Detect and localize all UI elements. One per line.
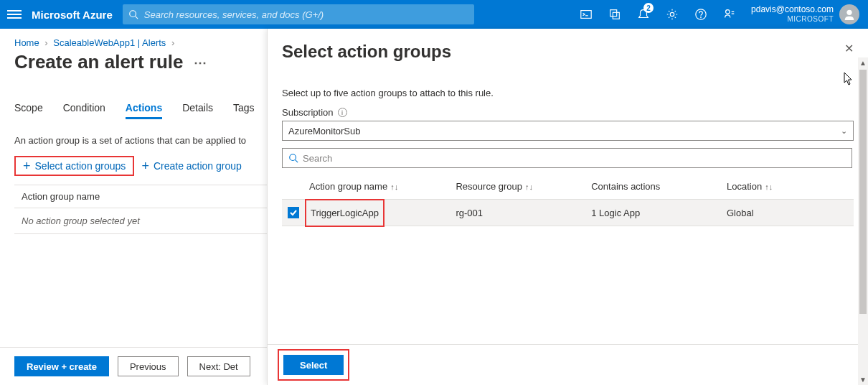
avatar[interactable]: [839, 4, 859, 24]
search-icon: [288, 153, 298, 163]
svg-point-9: [726, 10, 730, 14]
review-create-button[interactable]: Review + create: [14, 356, 109, 376]
scroll-down-icon[interactable]: ▼: [859, 374, 867, 385]
col-name[interactable]: Action group name↑↓: [309, 181, 456, 192]
crumb-resource[interactable]: ScaleableWebApp1 | Alerts: [53, 37, 166, 48]
user-info[interactable]: pdavis@contoso.com MICROSOFT: [751, 5, 834, 24]
blade-footer: Select: [268, 344, 868, 385]
select-action-groups-button[interactable]: +Select action groups: [14, 156, 134, 176]
col-rg[interactable]: Resource group↑↓: [456, 181, 591, 192]
tenant-name: MICROSOFT: [751, 14, 834, 24]
help-icon[interactable]: [687, 0, 715, 29]
svg-point-7: [696, 9, 706, 19]
tab-actions[interactable]: Actions: [126, 98, 162, 119]
plus-icon: +: [23, 161, 31, 171]
subscription-label: Subscriptioni: [282, 107, 854, 118]
plus-icon: +: [141, 161, 149, 171]
scroll-up-icon[interactable]: ▲: [859, 57, 867, 68]
svg-rect-4: [610, 10, 617, 17]
table-row[interactable]: TriggerLogicApp rg-001 1 Logic App Globa…: [282, 199, 854, 226]
menu-icon[interactable]: [7, 8, 22, 21]
table-header-row: Action group name↑↓ Resource group↑↓ Con…: [282, 174, 854, 199]
row-name: TriggerLogicApp: [305, 199, 385, 227]
row-checkbox[interactable]: [288, 207, 299, 218]
chevron-down-icon: ⌄: [841, 126, 847, 136]
tab-details[interactable]: Details: [182, 98, 213, 119]
azure-top-bar: Microsoft Azure 2 pdavis@contoso.com MIC…: [0, 0, 868, 29]
azure-brand[interactable]: Microsoft Azure: [32, 9, 113, 21]
row-loc: Global: [727, 208, 851, 218]
tab-tags[interactable]: Tags: [233, 98, 255, 119]
select-action-groups-blade: Select action groups ✕ Select up to five…: [267, 29, 868, 385]
global-search[interactable]: [123, 4, 474, 24]
close-icon[interactable]: ✕: [844, 42, 854, 55]
notifications-icon[interactable]: 2: [629, 0, 658, 29]
user-email: pdavis@contoso.com: [751, 5, 834, 14]
svg-line-1: [135, 17, 138, 19]
blade-desc: Select up to five action groups to attac…: [282, 88, 854, 98]
col-loc[interactable]: Location↑↓: [727, 181, 851, 192]
svg-point-11: [290, 154, 296, 161]
svg-point-0: [130, 11, 136, 17]
top-icon-bar: 2: [572, 0, 744, 29]
previous-button[interactable]: Previous: [118, 356, 179, 376]
search-icon: [128, 9, 138, 19]
subscription-dropdown[interactable]: AzureMonitorSub ⌄: [282, 121, 854, 141]
blade-scrollbar[interactable]: ▲ ▼: [858, 57, 868, 385]
select-button[interactable]: Select: [283, 355, 344, 375]
action-group-search-input[interactable]: [303, 153, 846, 164]
tab-scope[interactable]: Scope: [14, 98, 43, 119]
cloud-shell-icon[interactable]: [572, 0, 600, 29]
svg-point-10: [846, 10, 852, 15]
notif-badge: 2: [643, 3, 654, 13]
settings-icon[interactable]: [658, 0, 687, 29]
more-icon[interactable]: ⋯: [194, 55, 207, 70]
action-group-search[interactable]: [282, 148, 852, 168]
blade-title: Select action groups: [282, 42, 844, 62]
svg-point-8: [701, 17, 702, 18]
svg-rect-5: [613, 12, 619, 19]
next-button[interactable]: Next: Det: [187, 356, 250, 376]
subscription-value: AzureMonitorSub: [288, 126, 360, 136]
global-search-input[interactable]: [144, 9, 468, 20]
col-actions[interactable]: Contains actions: [591, 181, 727, 192]
feedback-icon[interactable]: [715, 0, 744, 29]
svg-point-6: [670, 12, 674, 16]
tab-condition[interactable]: Condition: [63, 98, 105, 119]
action-group-picker-table: Action group name↑↓ Resource group↑↓ Con…: [282, 174, 854, 226]
scroll-thumb[interactable]: [859, 70, 867, 314]
crumb-home[interactable]: Home: [14, 37, 39, 48]
create-action-group-button[interactable]: +Create action group: [134, 156, 248, 176]
svg-rect-2: [581, 11, 591, 19]
sort-icon: ↑↓: [390, 182, 398, 191]
svg-line-12: [296, 160, 298, 163]
directories-icon[interactable]: [600, 0, 629, 29]
row-rg: rg-001: [456, 208, 591, 218]
row-actions: 1 Logic App: [591, 208, 727, 218]
info-icon[interactable]: i: [338, 108, 347, 117]
sort-icon: ↑↓: [525, 182, 533, 191]
sort-icon: ↑↓: [765, 182, 773, 191]
